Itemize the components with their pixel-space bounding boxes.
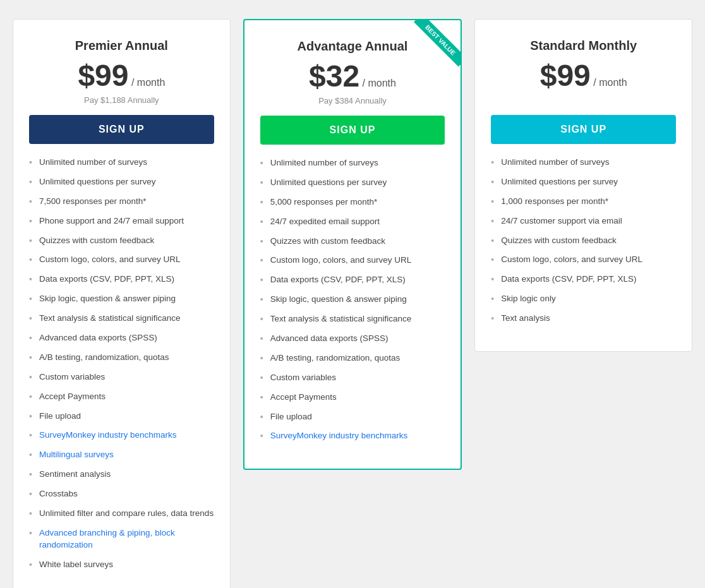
- signup-button[interactable]: SIGN UP: [260, 116, 445, 145]
- plan-per-month: / month: [363, 78, 396, 88]
- feature-item: Text analysis & statistical significance: [260, 313, 445, 325]
- feature-item: White label surveys: [29, 559, 214, 571]
- feature-item: Custom variables: [260, 372, 445, 384]
- plan-billing: Pay $1,188 Annually: [29, 95, 214, 105]
- feature-item: 1,000 responses per month*: [491, 196, 676, 208]
- feature-item: Advanced data exports (SPSS): [260, 333, 445, 345]
- plan-card-standard-monthly: Standard Monthly $99 / month placeholder…: [474, 19, 692, 352]
- feature-link[interactable]: SurveyMonkey industry benchmarks: [270, 431, 408, 440]
- feature-item: Sentiment analysis: [29, 469, 214, 481]
- plan-price-amount: $99: [78, 59, 128, 92]
- feature-item: File upload: [260, 411, 445, 423]
- feature-item: File upload: [29, 411, 214, 423]
- feature-item: Accept Payments: [260, 392, 445, 404]
- feature-item: Advanced data exports (SPSS): [29, 332, 214, 344]
- plan-price-amount: $32: [309, 59, 359, 93]
- plan-title: Standard Monthly: [491, 39, 676, 53]
- plan-price-amount: $99: [540, 59, 591, 92]
- feature-item: Unlimited number of surveys: [491, 157, 676, 169]
- feature-item: 24/7 customer support via email: [491, 215, 676, 227]
- feature-item: Custom logo, colors, and survey URL: [260, 255, 445, 267]
- features-list: Unlimited number of surveysUnlimited que…: [491, 157, 676, 325]
- feature-item: Unlimited questions per survey: [29, 176, 214, 188]
- plan-billing: Pay $384 Annually: [260, 96, 445, 105]
- feature-item: A/B testing, randomization, quotas: [29, 352, 214, 364]
- plan-per-month: / month: [131, 77, 165, 88]
- feature-item: Skip logic, question & answer piping: [29, 293, 214, 305]
- feature-item: A/B testing, randomization, quotas: [260, 352, 445, 364]
- plan-per-month: / month: [593, 77, 627, 88]
- best-value-ribbon: [404, 20, 461, 77]
- feature-item: SurveyMonkey industry benchmarks: [29, 429, 214, 441]
- feature-item: Unlimited questions per survey: [260, 177, 445, 189]
- feature-item: 7,500 responses per month*: [29, 196, 214, 208]
- feature-item: Unlimited number of surveys: [260, 157, 445, 169]
- feature-item: Custom variables: [29, 371, 214, 383]
- plan-price: $99 / month: [491, 58, 676, 93]
- feature-item: Data exports (CSV, PDF, PPT, XLS): [29, 273, 214, 285]
- feature-item: Text analysis: [491, 313, 676, 325]
- feature-link[interactable]: SurveyMonkey industry benchmarks: [39, 430, 177, 440]
- feature-item: Custom logo, colors, and survey URL: [491, 254, 676, 266]
- feature-item: Quizzes with custom feedback: [260, 236, 445, 248]
- feature-link[interactable]: Advanced branching & piping, block rando…: [39, 528, 175, 549]
- feature-item: Unlimited questions per survey: [491, 176, 676, 188]
- feature-item: Phone support and 24/7 email support: [29, 215, 214, 227]
- feature-item: Unlimited number of surveys: [29, 157, 214, 169]
- feature-item: Data exports (CSV, PDF, PPT, XLS): [491, 273, 676, 285]
- feature-item: Unlimited filter and compare rules, data…: [29, 508, 214, 520]
- feature-item: Skip logic only: [491, 293, 676, 305]
- features-list: Unlimited number of surveysUnlimited que…: [260, 157, 445, 442]
- plan-card-premier-annual: Premier Annual $99 / month Pay $1,188 An…: [13, 19, 231, 588]
- feature-item: Crosstabs: [29, 488, 214, 500]
- feature-item: Advanced branching & piping, block rando…: [29, 527, 214, 551]
- plan-price: $99 / month: [29, 58, 214, 93]
- feature-link[interactable]: Multilingual surveys: [39, 450, 114, 459]
- plan-title: Premier Annual: [29, 39, 214, 53]
- feature-item: Quizzes with custom feedback: [29, 235, 214, 247]
- feature-item: Data exports (CSV, PDF, PPT, XLS): [260, 274, 445, 286]
- feature-item: SurveyMonkey industry benchmarks: [260, 430, 445, 442]
- feature-item: Multilingual surveys: [29, 449, 214, 461]
- feature-item: Quizzes with custom feedback: [491, 235, 676, 247]
- plan-card-advantage-annual: Advantage Annual $32 / month Pay $384 An…: [243, 19, 462, 470]
- feature-item: Skip logic, question & answer piping: [260, 294, 445, 306]
- feature-item: 24/7 expedited email support: [260, 216, 445, 228]
- feature-item: Custom logo, colors, and survey URL: [29, 254, 214, 266]
- plans-container: Premier Annual $99 / month Pay $1,188 An…: [13, 19, 692, 588]
- feature-item: Accept Payments: [29, 391, 214, 403]
- feature-item: 5,000 responses per month*: [260, 196, 445, 208]
- feature-item: Text analysis & statistical significance: [29, 313, 214, 325]
- features-list: Unlimited number of surveysUnlimited que…: [29, 157, 214, 571]
- signup-button[interactable]: SIGN UP: [491, 115, 676, 144]
- signup-button[interactable]: SIGN UP: [29, 115, 214, 144]
